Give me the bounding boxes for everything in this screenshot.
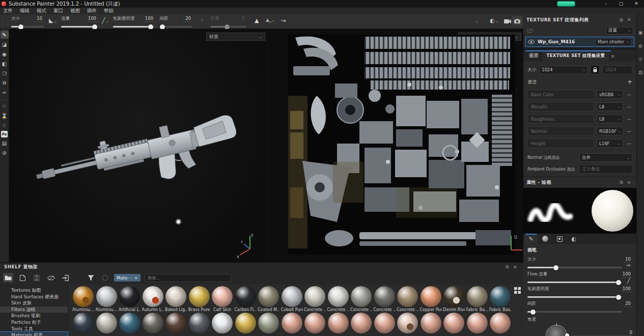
- eraser-tool[interactable]: ◪: [1, 40, 9, 48]
- material-item[interactable]: Concrete ...: [397, 286, 418, 312]
- channel-format-dropdown[interactable]: L8⌄: [597, 115, 623, 123]
- texture-set-row[interactable]: Wp_Gun_M416 Main shader⌄: [525, 37, 634, 47]
- material-item[interactable]: Cobalt Pure: [281, 286, 303, 312]
- resolution-dropdown[interactable]: 1024⌄: [539, 66, 588, 74]
- stylus-pressure-icon[interactable]: ╱⌄: [102, 17, 109, 24]
- add-channel-button[interactable]: +: [627, 78, 632, 86]
- material-item[interactable]: Concrete ...: [350, 286, 372, 312]
- channel-remove-button[interactable]: —: [626, 129, 632, 134]
- eye-off-icon[interactable]: [526, 29, 534, 33]
- hide-icon[interactable]: [46, 273, 56, 283]
- material-item[interactable]: [96, 313, 118, 333]
- opacity-value[interactable]: 100: [621, 286, 632, 292]
- menu-item[interactable]: 文件: [3, 8, 13, 14]
- settings-button[interactable]: 设置⌄: [606, 27, 633, 35]
- material-item[interactable]: Carbon Fi...: [235, 286, 257, 312]
- material-item[interactable]: [281, 313, 303, 333]
- material-item[interactable]: Copper Pure: [420, 286, 442, 312]
- filter-icon[interactable]: [86, 273, 96, 283]
- lock-icon[interactable]: [591, 65, 600, 74]
- material-item[interactable]: Concrete ...: [304, 286, 326, 312]
- menu-item[interactable]: 插件: [87, 8, 97, 14]
- channel-name-field[interactable]: Metallic: [527, 102, 594, 111]
- menu-item[interactable]: 帮助: [104, 8, 114, 14]
- channel-format-dropdown[interactable]: sRGB8⌄: [597, 90, 623, 99]
- material-item[interactable]: [466, 313, 488, 333]
- lazy-mouse-dots-icon[interactable]: ∴: [201, 17, 204, 22]
- channel-remove-button[interactable]: —: [626, 141, 632, 146]
- brush-tip-icon[interactable]: ◣⌄: [49, 17, 57, 24]
- undock-icon[interactable]: ⧉: [618, 180, 625, 185]
- size-value[interactable]: 10: [34, 16, 44, 22]
- display-settings-icon[interactable]: ▣: [636, 29, 644, 37]
- undock-icon[interactable]: ⧉: [618, 17, 625, 23]
- material-item[interactable]: Concrete ...: [327, 286, 349, 312]
- paint-tool[interactable]: ✎: [1, 31, 9, 39]
- shelf-search-input[interactable]: [145, 274, 231, 282]
- camera-icon[interactable]: [504, 18, 511, 23]
- shelf-category[interactable]: Particles 粒子: [0, 319, 68, 326]
- eye-icon[interactable]: [528, 40, 535, 44]
- material-item[interactable]: Fabric Bas...: [489, 286, 511, 312]
- material-item[interactable]: [397, 313, 418, 333]
- maximize-button[interactable]: ▢: [613, 0, 629, 8]
- material-item[interactable]: Concrete ...: [374, 286, 396, 312]
- material-item[interactable]: [304, 313, 326, 333]
- flow-value[interactable]: 100: [621, 271, 632, 277]
- shelf-category[interactable]: Textures 贴图: [0, 287, 68, 294]
- channel-format-dropdown[interactable]: L8⌄: [597, 102, 623, 111]
- channel-remove-button[interactable]: —: [626, 92, 632, 97]
- subtab-stencil[interactable]: [553, 234, 566, 244]
- stylus-icon[interactable]: ✑: [625, 263, 632, 268]
- channel-remove-button[interactable]: —: [626, 104, 632, 109]
- lazy-mouse-icon[interactable]: ↝: [281, 17, 286, 24]
- material-item[interactable]: [211, 313, 233, 333]
- none-icon[interactable]: ⊘: [1, 149, 9, 157]
- spacing-slider[interactable]: [527, 311, 622, 313]
- normal-mix-dropdown[interactable]: 合并⌄: [579, 153, 632, 162]
- material-item[interactable]: Aluminiu...: [96, 286, 118, 312]
- shader-settings-icon[interactable]: ◍: [636, 42, 644, 50]
- material-item[interactable]: Artificial L...: [119, 286, 141, 312]
- menu-item[interactable]: 视图: [70, 8, 80, 14]
- channel-name-field[interactable]: Base Color: [527, 90, 594, 99]
- toolbar-grip[interactable]: ⋮⋮: [1, 20, 10, 25]
- material-item[interactable]: [235, 313, 257, 333]
- angle-dial[interactable]: [546, 325, 567, 336]
- size-slider[interactable]: [527, 267, 622, 268]
- material-item[interactable]: [188, 313, 210, 333]
- subtab-sphere-mode[interactable]: ◐: [567, 234, 580, 244]
- notification-badge[interactable]: [557, 2, 575, 6]
- channel-name-field[interactable]: Roughness: [527, 114, 594, 124]
- material-item[interactable]: Aluminiu...: [72, 286, 94, 312]
- subtab-material[interactable]: [539, 234, 552, 244]
- size-slider[interactable]: [11, 26, 44, 27]
- subtab-brush[interactable]: ✎: [524, 234, 538, 244]
- menu-item[interactable]: 模式: [37, 8, 46, 14]
- channel-format-dropdown[interactable]: L16F⌄: [597, 139, 623, 148]
- material-item[interactable]: [119, 313, 141, 333]
- new-resource-icon[interactable]: [17, 273, 27, 283]
- material-item[interactable]: [327, 313, 349, 333]
- screenshot-button[interactable]: [512, 16, 522, 25]
- close-panel-icon[interactable]: ✕: [511, 265, 519, 270]
- shelf-category[interactable]: Brushes 笔刷: [0, 313, 68, 319]
- opacity-slider[interactable]: [527, 296, 622, 298]
- folder-icon[interactable]: [3, 273, 13, 283]
- size-value[interactable]: 10: [624, 257, 632, 263]
- light-sprite[interactable]: [175, 218, 182, 225]
- close-panel-icon[interactable]: ✕: [625, 180, 633, 185]
- material-item[interactable]: Autumn L...: [142, 286, 164, 312]
- material-item[interactable]: [489, 313, 511, 333]
- undock-icon[interactable]: ⧉: [503, 264, 511, 270]
- history-icon[interactable]: ◷: [636, 55, 644, 63]
- material-item[interactable]: Brass Pure: [188, 286, 210, 312]
- materials-filter-chip[interactable]: Mate⋯✕: [114, 274, 141, 282]
- material-item[interactable]: [420, 313, 442, 333]
- export-icon[interactable]: ▤: [1, 139, 9, 147]
- spacing-slider[interactable]: [160, 26, 192, 27]
- projection-tool[interactable]: ◉: [1, 50, 9, 58]
- material-item[interactable]: [72, 313, 94, 333]
- symmetry-icon[interactable]: ▲: [255, 17, 259, 24]
- stylus-icon[interactable]: ╱: [625, 277, 632, 283]
